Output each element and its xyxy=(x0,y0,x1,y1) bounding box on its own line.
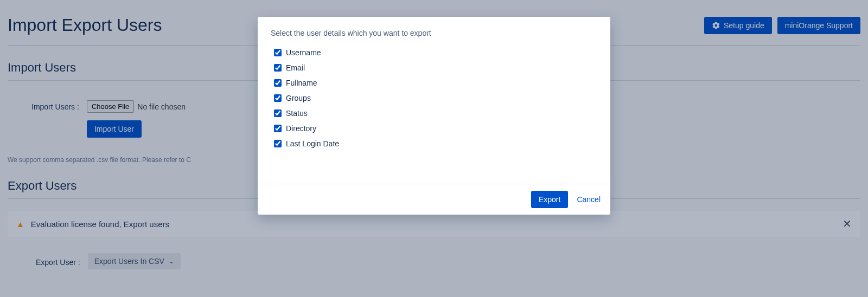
checkbox-row-email[interactable]: Email xyxy=(271,60,597,75)
checkbox-label: Directory xyxy=(286,124,316,133)
checkbox-username[interactable] xyxy=(274,49,282,56)
checkbox-fullname[interactable] xyxy=(274,79,282,87)
checkbox-row-username[interactable]: Username xyxy=(271,45,597,60)
checkbox-row-directory[interactable]: Directory xyxy=(271,121,597,136)
checkbox-label: Last Login Date xyxy=(286,139,339,148)
checkbox-groups[interactable] xyxy=(274,94,282,102)
modal-overlay[interactable]: Select the user details which you want t… xyxy=(0,0,868,297)
cancel-button[interactable]: Cancel xyxy=(577,195,601,204)
checkbox-email[interactable] xyxy=(274,64,282,72)
export-button[interactable]: Export xyxy=(531,191,568,208)
checkbox-status[interactable] xyxy=(274,109,282,117)
checkbox-label: Username xyxy=(286,48,321,57)
checkbox-row-groups[interactable]: Groups xyxy=(271,91,597,106)
modal-instruction: Select the user details which you want t… xyxy=(271,29,597,37)
modal-footer: Export Cancel xyxy=(258,184,610,215)
checkbox-last-login[interactable] xyxy=(274,140,282,147)
checkbox-label: Fullname xyxy=(286,79,317,87)
checkbox-row-last-login[interactable]: Last Login Date xyxy=(271,136,597,151)
checkbox-row-status[interactable]: Status xyxy=(271,106,597,121)
checkbox-label: Status xyxy=(286,109,308,118)
checkbox-directory[interactable] xyxy=(274,125,282,132)
export-fields-modal: Select the user details which you want t… xyxy=(258,17,610,215)
checkbox-label: Email xyxy=(286,63,305,72)
checkbox-row-fullname[interactable]: Fullname xyxy=(271,75,597,91)
checkbox-label: Groups xyxy=(286,94,311,102)
